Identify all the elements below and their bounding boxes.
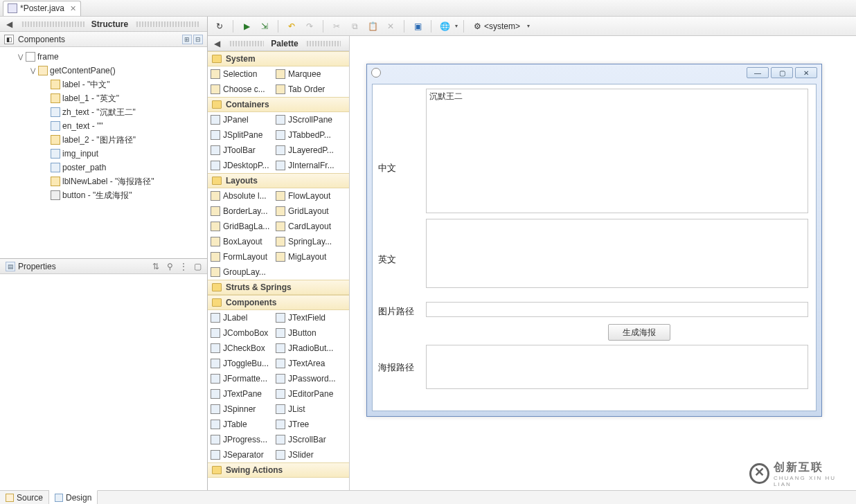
palette-item[interactable]: JSlider — [273, 447, 338, 462]
palette-item[interactable]: Tab Order — [273, 82, 338, 97]
palette-item[interactable]: Choose c... — [208, 82, 273, 97]
collapse-left-icon[interactable]: ◀ — [4, 19, 14, 29]
copy-button[interactable]: ⧉ — [347, 19, 362, 34]
laf-select[interactable]: ⚙ <system> — [470, 20, 524, 33]
palette-item[interactable]: JToolBar — [208, 143, 273, 158]
globe-button[interactable]: 🌐 — [437, 19, 452, 34]
palette-item[interactable]: MigLayout — [273, 249, 338, 264]
tree-node[interactable]: zh_text - "沉默王二" — [0, 105, 207, 119]
palette-item[interactable]: SpringLay... — [273, 234, 338, 249]
palette-collapse-icon[interactable]: ◀ — [212, 39, 222, 48]
palette-item[interactable]: JPassword... — [273, 371, 338, 386]
tab-design[interactable]: Design — [49, 490, 98, 504]
palette-category-header[interactable]: Components — [208, 295, 349, 310]
collapse-all-button[interactable]: ⊟ — [193, 35, 203, 44]
cut-button[interactable]: ✂ — [329, 19, 344, 34]
redo-button[interactable]: ↷ — [302, 19, 317, 34]
palette-category-header[interactable]: System — [208, 51, 349, 66]
palette-item[interactable]: JTree — [273, 417, 338, 432]
palette-item[interactable]: JFormatte... — [208, 371, 273, 386]
minimize-button[interactable]: — — [747, 67, 769, 78]
expander-icon[interactable]: ⋁ — [17, 53, 24, 60]
close-icon[interactable]: ✕ — [70, 4, 76, 13]
expander-icon[interactable]: ⋁ — [29, 67, 36, 74]
generate-button[interactable]: 生成海报 — [608, 324, 670, 341]
tree-node[interactable]: lblNewLabel - "海报路径" — [0, 174, 207, 188]
props-toggle-button[interactable]: ▢ — [192, 261, 203, 272]
test-button[interactable]: ▶ — [239, 19, 254, 34]
palette-item[interactable]: JToggleBu... — [208, 356, 273, 371]
tree-node[interactable]: ⋁frame — [0, 50, 207, 64]
jframe-titlebar[interactable]: — ▢ ✕ — [367, 64, 821, 81]
palette-item[interactable]: JLayeredP... — [273, 143, 338, 158]
palette-item[interactable]: Absolute l... — [208, 188, 273, 204]
palette-body[interactable]: SystemSelectionMarqueeChoose c...Tab Ord… — [208, 51, 349, 490]
palette-item[interactable]: JSpinner — [208, 402, 273, 417]
props-advanced-button[interactable]: ⋮ — [178, 261, 189, 272]
tree-node[interactable]: en_text - "" — [0, 119, 207, 133]
palette-item[interactable]: JTable — [208, 417, 273, 432]
props-filter-button[interactable]: ⚲ — [164, 261, 175, 272]
palette-item[interactable]: FormLayout — [208, 249, 273, 264]
palette-item[interactable]: JRadioBut... — [273, 341, 338, 356]
globe-dropdown-icon[interactable]: ▾ — [455, 23, 458, 29]
tree-node[interactable]: label_1 - "英文" — [0, 91, 207, 105]
palette-item[interactable]: JPanel — [208, 112, 273, 127]
palette-item[interactable]: JList — [273, 402, 338, 417]
tree-node[interactable]: poster_path — [0, 161, 207, 174]
palette-item[interactable]: GridBagLa... — [208, 219, 273, 234]
palette-item[interactable]: CardLayout — [273, 219, 338, 234]
palette-category-header[interactable]: Swing Actions — [208, 462, 349, 478]
palette-item[interactable]: JInternalFr... — [273, 158, 338, 173]
laf-dropdown-icon[interactable]: ▾ — [527, 23, 530, 29]
palette-item[interactable]: JLabel — [208, 310, 273, 325]
tree-node[interactable]: label_2 - "图片路径" — [0, 133, 207, 147]
palette-item[interactable]: JDesktopP... — [208, 158, 273, 173]
palette-item[interactable]: GroupLay... — [208, 264, 273, 280]
zh-text-area[interactable]: 沉默王二 — [426, 89, 808, 213]
palette-item[interactable]: Marquee — [273, 66, 338, 82]
palette-item[interactable]: FlowLayout — [273, 188, 338, 204]
palette-item[interactable]: JProgress... — [208, 432, 273, 447]
palette-item[interactable]: JTextArea — [273, 356, 338, 371]
component-tree[interactable]: ⋁frame⋁getContentPane()label - "中文"label… — [0, 47, 207, 258]
jframe-preview[interactable]: — ▢ ✕ 沉默王二 中文 英文 图片路径 — [366, 64, 822, 417]
palette-item[interactable]: Selection — [208, 66, 273, 82]
file-tab[interactable]: *Poster.java ✕ — [3, 1, 81, 16]
content-pane[interactable]: 沉默王二 中文 英文 图片路径 生成海报 海报路径 — [372, 84, 817, 411]
palette-item[interactable]: JCheckBox — [208, 341, 273, 356]
palette-item[interactable]: JTextField — [273, 310, 338, 325]
palette-item[interactable]: JSeparator — [208, 447, 273, 462]
tree-node[interactable]: button - "生成海报" — [0, 188, 207, 202]
palette-category-header[interactable]: Containers — [208, 97, 349, 112]
palette-item[interactable]: JScrollPane — [273, 112, 338, 127]
undo-button[interactable]: ↶ — [284, 19, 299, 34]
palette-item[interactable]: JComboBox — [208, 325, 273, 341]
design-canvas[interactable]: — ▢ ✕ 沉默王二 中文 英文 图片路径 — [350, 36, 856, 490]
palette-item[interactable]: JEditorPane — [273, 386, 338, 402]
close-button[interactable]: ✕ — [795, 67, 817, 78]
img-input[interactable] — [426, 302, 808, 317]
delete-button[interactable]: ✕ — [383, 19, 398, 34]
palette-item[interactable]: JTabbedP... — [273, 127, 338, 143]
poster-path-area[interactable] — [426, 345, 808, 389]
palette-category-header[interactable]: Struts & Springs — [208, 280, 349, 295]
props-sort-button[interactable]: ⇅ — [150, 261, 161, 272]
palette-category-header[interactable]: Layouts — [208, 173, 349, 188]
maximize-button[interactable]: ▢ — [771, 67, 793, 78]
tree-node[interactable]: label - "中文" — [0, 78, 207, 91]
palette-item[interactable]: JTextPane — [208, 386, 273, 402]
palette-item[interactable]: JSplitPane — [208, 127, 273, 143]
refresh-button[interactable]: ↻ — [212, 19, 227, 34]
palette-item[interactable]: BoxLayout — [208, 234, 273, 249]
palette-item[interactable]: BorderLay... — [208, 204, 273, 219]
palette-item[interactable]: GridLayout — [273, 204, 338, 219]
paste-button[interactable]: 📋 — [365, 19, 380, 34]
tree-node[interactable]: ⋁getContentPane() — [0, 64, 207, 78]
tab-source[interactable]: Source — [0, 491, 49, 504]
palette-item[interactable]: JButton — [273, 325, 338, 341]
tree-node[interactable]: img_input — [0, 147, 207, 161]
palette-item[interactable]: JScrollBar — [273, 432, 338, 447]
preview-button[interactable]: ▣ — [410, 19, 425, 34]
externalize-button[interactable]: ⇲ — [257, 19, 272, 34]
